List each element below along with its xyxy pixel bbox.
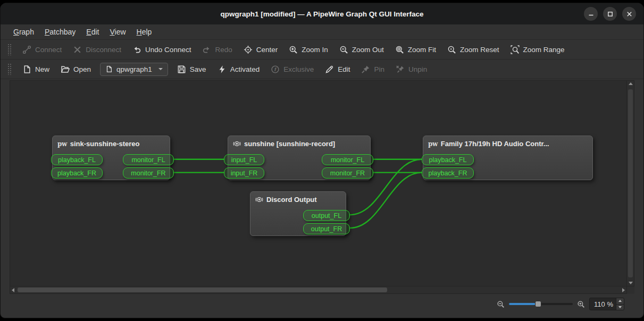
zoom-value[interactable]: 110 % bbox=[590, 298, 616, 310]
port-sunshine-monitor-fr[interactable]: monitor_FR bbox=[322, 167, 373, 179]
zoom-reset-button[interactable]: Zoom Reset bbox=[442, 43, 504, 57]
menu-graph[interactable]: Graph bbox=[8, 26, 39, 38]
port-family-playback-fl[interactable]: playback_FL bbox=[422, 154, 474, 165]
zoom-range-button[interactable]: Zoom Range bbox=[506, 43, 570, 57]
port-sunshine-input-fl[interactable]: input_FL bbox=[224, 154, 264, 165]
exclusive-icon: f bbox=[271, 65, 280, 74]
unpin-button[interactable]: Unpin bbox=[391, 62, 432, 77]
zoom-in-button[interactable]: Zoom In bbox=[284, 43, 333, 57]
record-app-icon bbox=[255, 196, 263, 204]
node-title: Discord Output bbox=[266, 196, 317, 204]
scroll-right-arrow-icon[interactable] bbox=[622, 288, 625, 292]
patchbay-profile-select[interactable]: qpwgraph1 bbox=[100, 63, 168, 76]
graph-toolbar: Connect Disconnect Undo Connect Redo Cen bbox=[1, 40, 643, 60]
port-sink-monitor-fl[interactable]: monitor_FL bbox=[123, 154, 174, 165]
new-file-icon bbox=[22, 65, 31, 74]
horizontal-scroll-handle[interactable] bbox=[18, 288, 387, 292]
redo-icon bbox=[202, 45, 211, 54]
vertical-scroll-track[interactable] bbox=[627, 85, 634, 282]
port-family-playback-fr[interactable]: playback_FR bbox=[422, 167, 474, 179]
horizontal-scrollbar[interactable] bbox=[10, 286, 627, 294]
node-header: sunshine [sunshine-record] bbox=[233, 140, 367, 148]
port-sink-monitor-fr[interactable]: monitor_FR bbox=[123, 167, 174, 179]
unpin-label: Unpin bbox=[408, 65, 427, 73]
open-button[interactable]: Open bbox=[56, 62, 96, 77]
graph-canvas[interactable]: pw sink-sunshine-stereo sunshine [sunshi… bbox=[10, 80, 627, 286]
unpin-icon bbox=[396, 65, 405, 74]
zoom-spin-up-button[interactable] bbox=[616, 298, 624, 304]
zoom-spin-down-button[interactable] bbox=[616, 304, 624, 310]
new-button[interactable]: New bbox=[18, 62, 54, 77]
scroll-left-arrow-icon[interactable] bbox=[12, 288, 14, 292]
svg-text:f: f bbox=[274, 66, 277, 72]
maximize-button[interactable] bbox=[603, 7, 617, 21]
port-sink-playback-fl[interactable]: playback_FL bbox=[51, 154, 103, 165]
menubar: Graph Patchbay Edit View Help bbox=[1, 24, 643, 40]
activated-label: Activated bbox=[230, 65, 260, 73]
edit-button[interactable]: Edit bbox=[320, 62, 355, 77]
port-sunshine-input-fr[interactable]: input_FR bbox=[224, 167, 264, 179]
graph-view: pw sink-sunshine-stereo sunshine [sunshi… bbox=[10, 80, 634, 294]
toolbar-drag-handle[interactable] bbox=[7, 44, 12, 55]
node-title: Family 17h/19h HD Audio Contr... bbox=[441, 140, 549, 148]
connection-discord-fr-to-family-fr[interactable] bbox=[350, 173, 422, 228]
zoom-out-button[interactable]: Zoom Out bbox=[334, 43, 389, 57]
node-header: pw sink-sunshine-stereo bbox=[57, 140, 166, 148]
node-title: sink-sunshine-stereo bbox=[70, 140, 140, 148]
menu-view[interactable]: View bbox=[104, 26, 131, 38]
window-close-icon bbox=[626, 11, 632, 17]
zoom-fit-label: Zoom Fit bbox=[408, 46, 436, 54]
pin-button[interactable]: Pin bbox=[356, 62, 389, 77]
vertical-scrollbar[interactable] bbox=[627, 80, 634, 286]
app-window: qpwgraph1 [modified] — A PipeWire Graph … bbox=[0, 3, 644, 318]
port-sunshine-monitor-fl[interactable]: monitor_FL bbox=[322, 154, 373, 165]
disconnect-button[interactable]: Disconnect bbox=[68, 43, 126, 57]
zoom-out-icon bbox=[339, 45, 348, 54]
zoom-spinbox[interactable]: 110 % bbox=[589, 298, 624, 310]
port-discord-output-fr[interactable]: output_FR bbox=[303, 223, 350, 234]
port-sink-playback-fr[interactable]: playback_FR bbox=[51, 167, 103, 179]
menu-edit[interactable]: Edit bbox=[81, 26, 104, 38]
titlebar: qpwgraph1 [modified] — A PipeWire Graph … bbox=[1, 3, 643, 24]
activated-bolt-icon bbox=[218, 65, 227, 74]
vertical-scroll-handle[interactable] bbox=[628, 89, 633, 277]
zoom-spin-buttons bbox=[616, 298, 624, 310]
connect-button[interactable]: Connect bbox=[18, 43, 66, 57]
new-label: New bbox=[35, 65, 49, 73]
connect-label: Connect bbox=[35, 46, 62, 54]
redo-button[interactable]: Redo bbox=[197, 43, 237, 57]
zoom-slider[interactable] bbox=[509, 300, 573, 308]
undo-icon bbox=[132, 45, 141, 54]
toolbar-drag-handle[interactable] bbox=[7, 63, 12, 75]
chevron-down-icon bbox=[158, 68, 163, 70]
disconnect-icon bbox=[73, 45, 82, 54]
save-button[interactable]: Save bbox=[172, 62, 211, 77]
minimize-button[interactable] bbox=[584, 7, 598, 21]
center-button[interactable]: Center bbox=[239, 43, 283, 57]
close-button[interactable] bbox=[622, 7, 636, 21]
edit-pencil-icon bbox=[325, 65, 334, 74]
zoom-fit-button[interactable]: Zoom Fit bbox=[390, 43, 441, 57]
zoom-range-icon bbox=[511, 45, 520, 54]
connect-icon bbox=[22, 45, 31, 54]
node-title: sunshine [sunshine-record] bbox=[244, 140, 335, 148]
activated-button[interactable]: Activated bbox=[213, 62, 265, 77]
zoom-in-icon bbox=[289, 45, 298, 54]
window-maximize-icon bbox=[607, 11, 613, 17]
spin-up-icon bbox=[618, 300, 622, 302]
undo-connect-button[interactable]: Undo Connect bbox=[128, 43, 196, 57]
window-minimize-icon bbox=[588, 11, 594, 17]
undo-connect-label: Undo Connect bbox=[145, 46, 191, 54]
menu-help[interactable]: Help bbox=[131, 26, 157, 38]
exclusive-button[interactable]: f Exclusive bbox=[266, 62, 319, 77]
open-label: Open bbox=[73, 65, 91, 73]
statusbar: 110 % bbox=[1, 294, 643, 318]
scroll-down-arrow-icon[interactable] bbox=[629, 282, 633, 284]
window-controls bbox=[584, 7, 636, 21]
connections-layer bbox=[10, 81, 626, 286]
zoom-slider-handle[interactable] bbox=[535, 301, 541, 307]
patchbay-profile-value: qpwgraph1 bbox=[116, 65, 152, 73]
zoom-in-small-icon bbox=[577, 300, 585, 308]
menu-patchbay[interactable]: Patchbay bbox=[39, 26, 81, 38]
port-discord-output-fl[interactable]: output_FL bbox=[303, 210, 350, 221]
